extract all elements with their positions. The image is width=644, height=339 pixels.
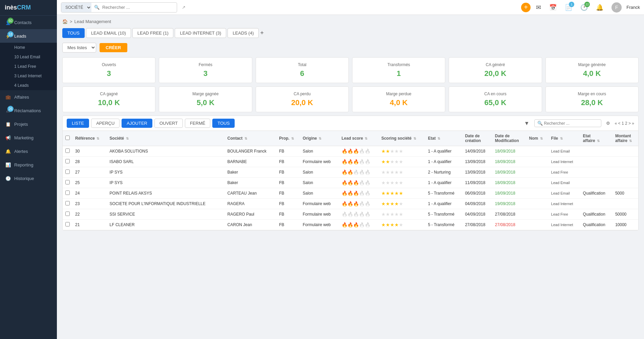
row-date-creation: 27/08/2018: [462, 220, 492, 230]
select-all-checkbox[interactable]: [65, 136, 70, 140]
sidebar-item-alertes[interactable]: 🔔 Alertes: [0, 144, 57, 158]
tab-leads[interactable]: LEADS (4): [228, 28, 259, 38]
th-date-creation[interactable]: Date decréation: [462, 131, 492, 146]
th-file[interactable]: File ⇅: [549, 131, 580, 146]
row-checkbox[interactable]: [65, 159, 70, 163]
topbar-doc-icon[interactable]: 📄 1: [565, 4, 572, 11]
th-nom[interactable]: Nom ⇅: [527, 131, 549, 146]
table-row[interactable]: 24 POINT RELAIS AKSYS CARTEAU Jean FB Sa…: [63, 188, 638, 199]
star-filled: ★: [390, 222, 394, 227]
tab-lead-free[interactable]: LEAD FREE (1): [132, 28, 174, 38]
external-link-icon[interactable]: ↗: [180, 5, 188, 10]
th-societe[interactable]: Société ⇅: [107, 131, 225, 146]
tab-lead-email[interactable]: LEAD EMAIL (10): [86, 28, 131, 38]
row-checkbox[interactable]: [65, 222, 70, 226]
topbar-bell-icon[interactable]: 🔔: [596, 4, 603, 11]
table-row[interactable]: 28 ISABO SARL BARNABE FB Formulaire web …: [63, 157, 638, 167]
subnav-lead-free[interactable]: 1 Lead Free: [0, 62, 57, 71]
tous-button[interactable]: TOUS: [212, 119, 235, 128]
row-etat: 1 - A qualifier: [425, 157, 462, 167]
topbar-add-button[interactable]: +: [521, 3, 531, 12]
star-empty: ★: [399, 148, 403, 154]
topbar-mail-icon[interactable]: ✉: [536, 4, 541, 11]
doc-badge: 1: [569, 2, 574, 7]
tab-lead-internet[interactable]: LEAD INTERNET (3): [175, 28, 226, 38]
sidebar-label-reclamations: Réclamations: [14, 108, 41, 113]
fire-empty: 🔥: [359, 180, 365, 185]
ferme-button[interactable]: FERMÉ: [185, 119, 211, 128]
row-checkbox[interactable]: [65, 212, 70, 216]
fire-filled: 🔥: [342, 191, 347, 196]
th-etat-affaire[interactable]: Etataffaire ⇅: [580, 131, 613, 146]
sidebar-label-contacts: Contacts: [14, 20, 31, 25]
row-lead-score: 🔥🔥🔥🔥🔥: [339, 157, 379, 167]
row-date-creation: 04/09/2018: [462, 199, 492, 209]
subnav-leads[interactable]: 4 Leads: [0, 81, 57, 90]
ouvert-button[interactable]: OUVERT: [154, 119, 183, 128]
row-checkbox[interactable]: [65, 180, 70, 184]
row-checkbox[interactable]: [65, 201, 70, 205]
mes-listes-select[interactable]: Mes listes: [62, 43, 96, 53]
tab-add-button[interactable]: +: [260, 29, 264, 37]
row-checkbox[interactable]: [65, 170, 70, 174]
row-file: Lead Email: [549, 178, 580, 188]
sidebar-item-contacts[interactable]: 60 👤 Contacts: [0, 16, 57, 29]
sidebar-item-leads[interactable]: 18 ⚡ Leads: [0, 29, 57, 43]
th-scoring-societe[interactable]: Scoring société ⇅: [379, 131, 425, 146]
sidebar-item-marketing[interactable]: 📢 Marketing: [0, 131, 57, 144]
main-content: SOCIÉTÉ 🔍 ↗ + ✉ 📅 📄 1 🕐 22 🔔 F Franck 🏠 …: [57, 0, 644, 339]
table-row[interactable]: 22 SSI SERVICE RAGERO Paul FB Formulaire…: [63, 209, 638, 220]
star-empty: ★: [381, 180, 386, 185]
th-montant-affaire[interactable]: Montantaffaire ⇅: [613, 131, 638, 146]
ajouter-button[interactable]: AJOUTER: [122, 119, 152, 128]
table-row[interactable]: 30 AKOBA SOLUTIONS BOULANGER Franck FB S…: [63, 146, 638, 157]
table-row[interactable]: 27 IP SYS Baker FB Salon 🔥🔥🔥🔥🔥 ★★★★★ 2 -…: [63, 167, 638, 178]
th-prop[interactable]: Prop. ⇅: [276, 131, 300, 146]
th-etat[interactable]: Etat ⇅: [425, 131, 462, 146]
sidebar-item-affaires[interactable]: 💼 Affaires: [0, 90, 57, 104]
sidebar-item-reporting[interactable]: 📊 Reporting: [0, 158, 57, 172]
table-body: 30 AKOBA SOLUTIONS BOULANGER Franck FB S…: [63, 146, 638, 230]
row-societe: IP SYS: [107, 167, 225, 178]
row-file: Lead Email: [549, 146, 580, 157]
th-reference[interactable]: Référence ⇅: [72, 131, 107, 146]
filter-icon[interactable]: ▼: [524, 120, 530, 126]
row-prop: FB: [276, 220, 300, 230]
topbar-clock-icon[interactable]: 🕐 22: [580, 4, 588, 11]
topbar-society-select[interactable]: SOCIÉTÉ: [61, 3, 91, 12]
subnav-lead-email[interactable]: 10 Lead Email: [0, 52, 57, 62]
sidebar-item-reclamations[interactable]: 26 ⚠ Réclamations: [0, 104, 57, 117]
settings-icon[interactable]: ⚙: [606, 121, 610, 126]
sidebar-item-projets[interactable]: 📋 Projets: [0, 117, 57, 131]
breadcrumb-home-icon[interactable]: 🏠: [62, 19, 68, 24]
row-ref: 28: [72, 157, 107, 167]
star-empty: ★: [394, 159, 399, 164]
row-checkbox[interactable]: [65, 191, 70, 195]
apercu-button[interactable]: APERÇU: [91, 119, 120, 128]
table-row[interactable]: 21 LF CLEANER CARON Jean FB Formulaire w…: [63, 220, 638, 230]
breadcrumb-separator: >: [70, 19, 72, 24]
liste-button[interactable]: LISTE: [67, 119, 89, 128]
table-search-input[interactable]: [544, 121, 598, 126]
row-etat: 1 - A qualifier: [425, 146, 462, 157]
row-lead-score: 🔥🔥🔥🔥🔥: [339, 146, 379, 157]
row-nom: [527, 167, 549, 178]
row-ref: 27: [72, 167, 107, 178]
subnav-home[interactable]: Home: [0, 43, 57, 52]
creer-button[interactable]: CRÉER: [100, 43, 127, 52]
th-lead-score[interactable]: Lead score ⇅: [339, 131, 379, 146]
row-scoring-societe: ★★★★★: [379, 188, 425, 199]
topbar-search-input[interactable]: [102, 5, 177, 10]
th-origine[interactable]: Origine ⇅: [300, 131, 339, 146]
stat-marge-perdue-label: Marge perdue: [358, 92, 439, 96]
sidebar-item-historique[interactable]: 🕑 Historique: [0, 172, 57, 185]
row-checkbox[interactable]: [65, 148, 70, 153]
table-row[interactable]: 25 IP SYS Baker FB Salon 🔥🔥🔥🔥🔥 ★★★★★ 1 -…: [63, 178, 638, 188]
row-nom: [527, 209, 549, 220]
th-contact[interactable]: Contact ⇅: [225, 131, 277, 146]
th-date-modification[interactable]: Date deModification: [492, 131, 527, 146]
subnav-lead-internet[interactable]: 3 Lead Internet: [0, 71, 57, 81]
table-row[interactable]: 23 SOCIETE POUR L'INFORMATIQUE INDUSTRIE…: [63, 199, 638, 209]
topbar-calendar-icon[interactable]: 📅: [549, 4, 557, 11]
tab-tous[interactable]: TOUS: [62, 28, 85, 38]
